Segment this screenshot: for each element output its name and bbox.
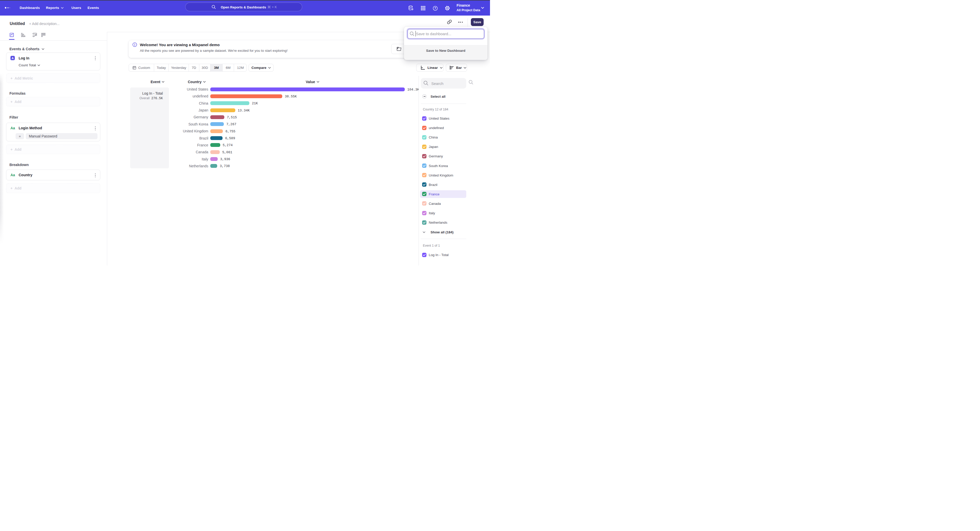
- svg-text:?: ?: [434, 6, 436, 10]
